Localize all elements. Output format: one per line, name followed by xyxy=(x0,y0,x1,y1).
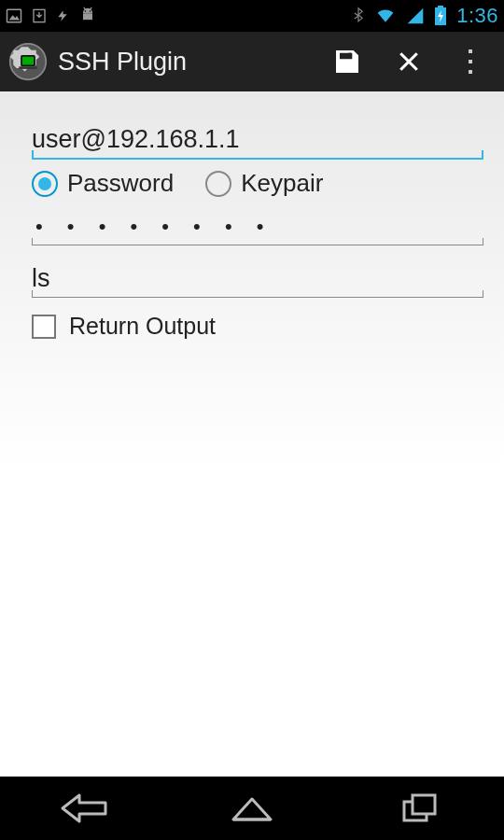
auth-radio-group: Password Keypair xyxy=(32,160,483,205)
connection-field-wrapper xyxy=(32,119,483,160)
svg-line-8 xyxy=(91,7,92,9)
navigation-bar xyxy=(0,777,504,840)
keypair-radio-label: Keypair xyxy=(241,169,323,198)
return-output-label: Return Output xyxy=(69,313,216,340)
svg-rect-19 xyxy=(469,60,472,63)
password-radio-label: Password xyxy=(67,169,174,198)
home-button[interactable] xyxy=(196,785,308,832)
svg-rect-20 xyxy=(469,70,472,74)
connection-input[interactable] xyxy=(32,119,483,158)
form-content: Password Keypair • • • • • • • • Return … xyxy=(0,91,504,777)
svg-point-5 xyxy=(85,10,87,12)
command-field-wrapper xyxy=(32,259,483,298)
download-icon xyxy=(32,7,47,24)
wifi-icon xyxy=(374,7,397,25)
bluetooth-icon xyxy=(352,6,365,26)
action-bar: SSH Plugin xyxy=(0,32,504,91)
svg-rect-17 xyxy=(348,53,351,58)
close-button[interactable] xyxy=(383,35,435,88)
return-output-row: Return Output xyxy=(32,298,483,355)
svg-rect-18 xyxy=(469,49,472,53)
password-field-wrapper: • • • • • • • • xyxy=(32,205,483,245)
lightning-icon xyxy=(56,7,69,25)
recent-apps-button[interactable] xyxy=(364,785,476,832)
picture-icon xyxy=(6,7,22,24)
svg-rect-15 xyxy=(22,57,34,65)
battery-icon xyxy=(434,6,447,26)
app-icon xyxy=(7,41,49,82)
svg-rect-0 xyxy=(7,9,21,22)
password-radio[interactable] xyxy=(32,171,58,197)
save-button[interactable] xyxy=(321,35,373,88)
svg-rect-11 xyxy=(438,6,443,7)
command-input[interactable] xyxy=(32,259,483,297)
svg-marker-1 xyxy=(9,15,20,20)
keypair-radio[interactable] xyxy=(205,171,231,197)
svg-line-7 xyxy=(84,7,86,9)
back-button[interactable] xyxy=(28,785,140,832)
password-input[interactable]: • • • • • • • • xyxy=(32,205,483,245)
app-title: SSH Plugin xyxy=(58,48,312,77)
svg-marker-9 xyxy=(408,8,424,24)
svg-marker-3 xyxy=(58,10,66,21)
status-bar: 1:36 xyxy=(0,0,504,32)
android-icon xyxy=(78,7,97,25)
return-output-checkbox[interactable] xyxy=(32,315,56,339)
svg-rect-16 xyxy=(19,66,36,69)
overflow-menu-button[interactable] xyxy=(444,35,497,88)
svg-point-6 xyxy=(90,10,91,12)
clock-text: 1:36 xyxy=(456,4,498,28)
svg-rect-23 xyxy=(413,795,435,814)
signal-icon xyxy=(406,7,425,25)
svg-rect-4 xyxy=(83,14,92,21)
